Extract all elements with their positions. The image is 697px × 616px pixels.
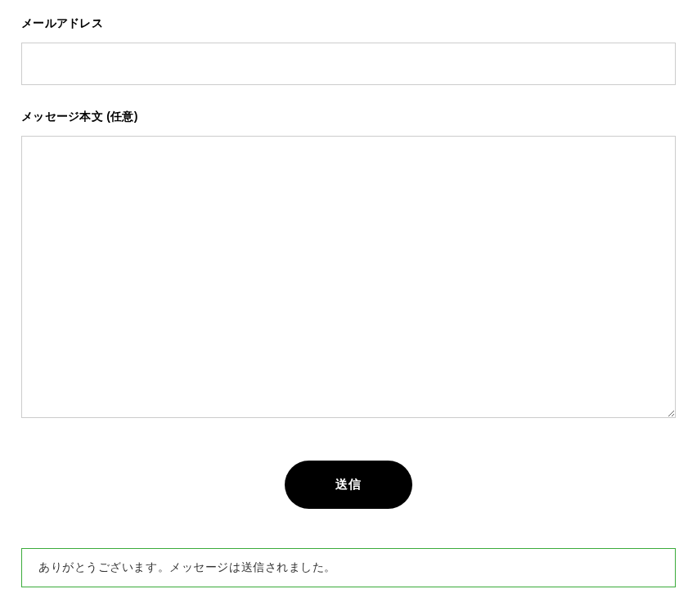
email-group: メールアドレス <box>21 16 676 85</box>
message-group: メッセージ本文 (任意) <box>21 110 676 421</box>
message-label: メッセージ本文 (任意) <box>21 110 676 124</box>
message-textarea[interactable] <box>21 136 676 418</box>
submit-wrapper: 送信 <box>21 461 676 509</box>
email-label: メールアドレス <box>21 16 676 31</box>
success-message: ありがとうございます。メッセージは送信されました。 <box>21 548 676 587</box>
submit-button[interactable]: 送信 <box>285 461 411 509</box>
email-input[interactable] <box>21 43 676 85</box>
